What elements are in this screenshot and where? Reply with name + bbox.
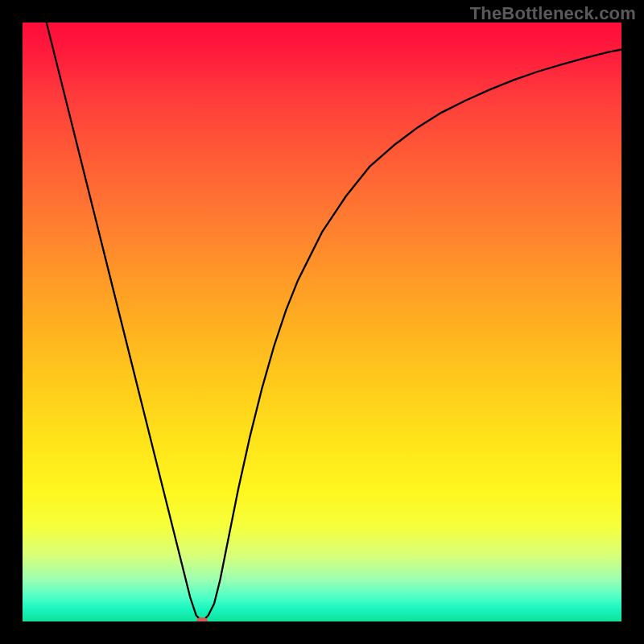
optimum-marker: [196, 617, 208, 621]
watermark-text: TheBottleneck.com: [470, 3, 636, 24]
bottleneck-curve-line: [47, 23, 621, 621]
chart-frame: TheBottleneck.com: [0, 0, 644, 644]
curve-svg: [23, 23, 621, 621]
plot-area: [23, 23, 621, 621]
